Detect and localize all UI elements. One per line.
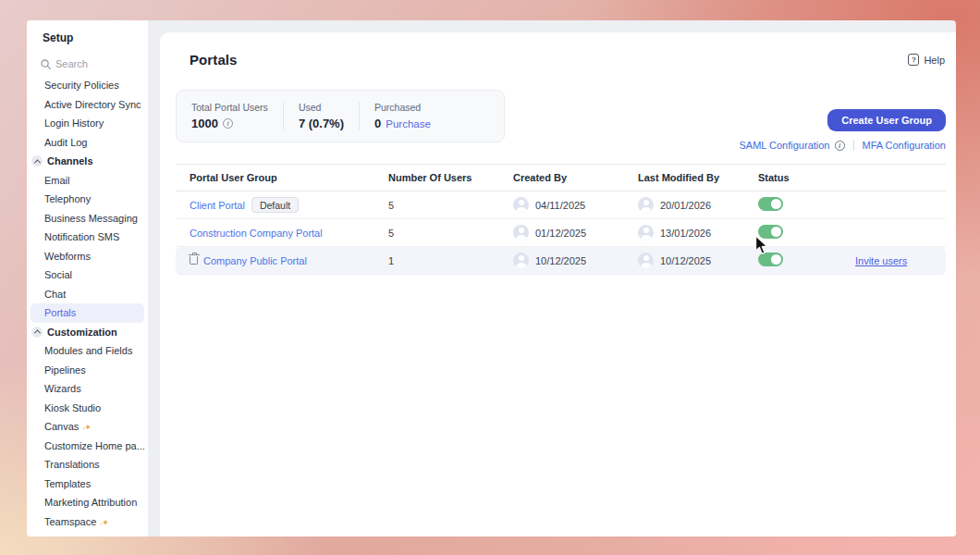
number-of-users: 5 bbox=[388, 200, 513, 211]
user-avatar-icon bbox=[513, 225, 529, 240]
trash-icon[interactable] bbox=[190, 256, 198, 265]
date-label: 10/12/2025 bbox=[535, 255, 586, 266]
sidebar-item-security-policies[interactable]: Security Policies bbox=[27, 76, 148, 95]
sidebar-item-wizards[interactable]: Wizards bbox=[27, 379, 148, 399]
status-toggle[interactable] bbox=[758, 197, 783, 211]
sidebar-item-label: Customization bbox=[47, 327, 117, 338]
help-button[interactable]: Help bbox=[908, 54, 945, 66]
desktop-background: Setup Search Security PoliciesActive Dir… bbox=[0, 0, 980, 555]
config-links: SAML Configuration MFA Configuration bbox=[739, 140, 946, 151]
sidebar-item-modules-and-fields[interactable]: Modules and Fields bbox=[27, 341, 148, 361]
sidebar-item-email[interactable]: Email bbox=[27, 171, 148, 191]
sidebar-item-label: Customize Home pa... bbox=[44, 440, 145, 451]
help-label: Help bbox=[924, 55, 945, 66]
sidebar-item-label: Chat bbox=[44, 289, 66, 300]
search-placeholder: Search bbox=[55, 58, 88, 69]
sidebar-item-label: Audit Log bbox=[44, 137, 87, 148]
status-toggle[interactable] bbox=[758, 225, 783, 239]
sidebar-item-label: Kiosk Studio bbox=[44, 402, 101, 413]
stat-value: 7 (0.7%) bbox=[299, 117, 344, 130]
user-avatar-icon bbox=[638, 197, 654, 213]
sidebar-item-label: Teamspace bbox=[44, 516, 108, 527]
sidebar-nav: Security PoliciesActive Directory SyncLo… bbox=[27, 76, 148, 531]
sidebar-section-channels[interactable]: Channels bbox=[27, 152, 148, 171]
sidebar-item-social[interactable]: Social bbox=[27, 265, 148, 285]
last-modified-by-cell: 13/01/2026 bbox=[638, 225, 758, 240]
sidebar-item-portals[interactable]: Portals bbox=[31, 303, 144, 323]
saml-configuration-link[interactable]: SAML Configuration bbox=[739, 140, 844, 151]
sidebar-item-label: Canvas bbox=[44, 421, 91, 432]
default-badge: Default bbox=[251, 197, 299, 213]
purchase-link[interactable]: Purchase bbox=[386, 118, 431, 130]
setup-app-window: Setup Search Security PoliciesActive Dir… bbox=[27, 20, 956, 536]
stat-used: Used 7 (0.7%) bbox=[283, 102, 359, 130]
sidebar-item-label: Email bbox=[44, 175, 70, 186]
sidebar-item-login-history[interactable]: Login History bbox=[27, 114, 148, 133]
sidebar-item-label: Channels bbox=[47, 155, 93, 166]
sidebar-item-webforms[interactable]: Webforms bbox=[27, 247, 148, 266]
mfa-configuration-link[interactable]: MFA Configuration bbox=[863, 140, 947, 151]
portal-name-link[interactable]: Construction Company Portal bbox=[190, 228, 323, 239]
sidebar-item-label: Portals bbox=[44, 307, 76, 318]
stat-value: 1000 bbox=[191, 117, 218, 130]
info-icon[interactable] bbox=[223, 118, 233, 129]
sidebar-item-label: Social bbox=[44, 269, 72, 280]
stats-and-actions-row: Total Portal Users 1000 Used 7 (0.7%) bbox=[176, 90, 946, 151]
column-header: Created By bbox=[513, 172, 638, 183]
sidebar-item-label: Translations bbox=[44, 459, 100, 470]
page-title: Portals bbox=[190, 52, 238, 68]
sidebar-item-audit-log[interactable]: Audit Log bbox=[27, 133, 148, 153]
sidebar-item-business-messaging[interactable]: Business Messaging bbox=[27, 209, 148, 228]
sidebar-section-customization[interactable]: Customization bbox=[27, 323, 148, 342]
help-icon bbox=[908, 54, 919, 66]
sidebar-item-pipelines[interactable]: Pipelines bbox=[27, 361, 148, 380]
table-row-company-public-portal: Company Public Portal110/12/202510/12/20… bbox=[176, 247, 946, 275]
sidebar-item-teamspace[interactable]: Teamspace bbox=[27, 512, 148, 532]
number-of-users: 5 bbox=[388, 228, 513, 239]
sidebar-item-translations[interactable]: Translations bbox=[27, 455, 148, 475]
portal-users-stats-card: Total Portal Users 1000 Used 7 (0.7%) bbox=[176, 90, 505, 142]
table-body: Client PortalDefault504/11/202520/01/202… bbox=[176, 191, 946, 275]
date-label: 10/12/2025 bbox=[660, 255, 711, 266]
search-icon bbox=[41, 59, 51, 69]
sidebar-item-marketing-attribution[interactable]: Marketing Attribution bbox=[27, 493, 148, 512]
chevron-up-icon bbox=[31, 327, 43, 338]
stat-value: 0 bbox=[374, 117, 381, 130]
setup-sidebar: Setup Search Security PoliciesActive Dir… bbox=[27, 20, 148, 536]
portal-user-group-table: Portal User Group Number Of Users Create… bbox=[176, 164, 946, 275]
sidebar-search-input[interactable]: Search bbox=[41, 58, 148, 69]
stat-label: Total Portal Users bbox=[191, 102, 268, 113]
sidebar-item-chat[interactable]: Chat bbox=[27, 285, 148, 304]
column-header: Portal User Group bbox=[176, 172, 388, 183]
user-avatar-icon bbox=[513, 253, 529, 268]
sidebar-item-active-directory-sync[interactable]: Active Directory Sync bbox=[27, 95, 148, 115]
column-header: Status bbox=[758, 172, 855, 183]
actions-column: Create User Group SAML Configuration MFA… bbox=[739, 109, 946, 151]
number-of-users: 1 bbox=[388, 255, 513, 266]
created-by-cell: 10/12/2025 bbox=[513, 253, 638, 268]
portal-name-link[interactable]: Company Public Portal bbox=[203, 255, 307, 266]
column-header: Number Of Users bbox=[388, 172, 513, 183]
create-user-group-button[interactable]: Create User Group bbox=[827, 109, 946, 131]
table-row-construction-company-portal: Construction Company Portal501/12/202513… bbox=[176, 219, 946, 247]
sidebar-item-label: Wizards bbox=[44, 383, 81, 394]
portal-name-link[interactable]: Client Portal bbox=[190, 200, 245, 211]
sidebar-item-label: Telephony bbox=[44, 193, 91, 204]
sidebar-item-label: Security Policies bbox=[44, 80, 119, 91]
sidebar-item-canvas[interactable]: Canvas bbox=[27, 417, 148, 437]
sidebar-item-telephony[interactable]: Telephony bbox=[27, 190, 148, 209]
sidebar-item-templates[interactable]: Templates bbox=[27, 475, 148, 494]
sidebar-title: Setup bbox=[43, 31, 148, 44]
portals-main-panel: Portals Help Total Portal Users 1000 bbox=[160, 32, 956, 536]
last-modified-by-cell: 10/12/2025 bbox=[638, 253, 758, 268]
invite-users-link[interactable]: Invite users bbox=[855, 255, 907, 266]
sidebar-item-notification-sms[interactable]: Notification SMS bbox=[27, 228, 148, 247]
info-icon[interactable] bbox=[835, 141, 845, 151]
table-row-client-portal: Client PortalDefault504/11/202520/01/202… bbox=[176, 191, 946, 219]
divider bbox=[853, 140, 854, 151]
status-toggle[interactable] bbox=[758, 253, 783, 266]
sidebar-item-label: Login History bbox=[44, 117, 104, 129]
sidebar-item-customize-home-pa[interactable]: Customize Home pa... bbox=[27, 437, 148, 456]
sidebar-item-kiosk-studio[interactable]: Kiosk Studio bbox=[27, 399, 148, 418]
sidebar-item-label: Webforms bbox=[44, 251, 91, 262]
